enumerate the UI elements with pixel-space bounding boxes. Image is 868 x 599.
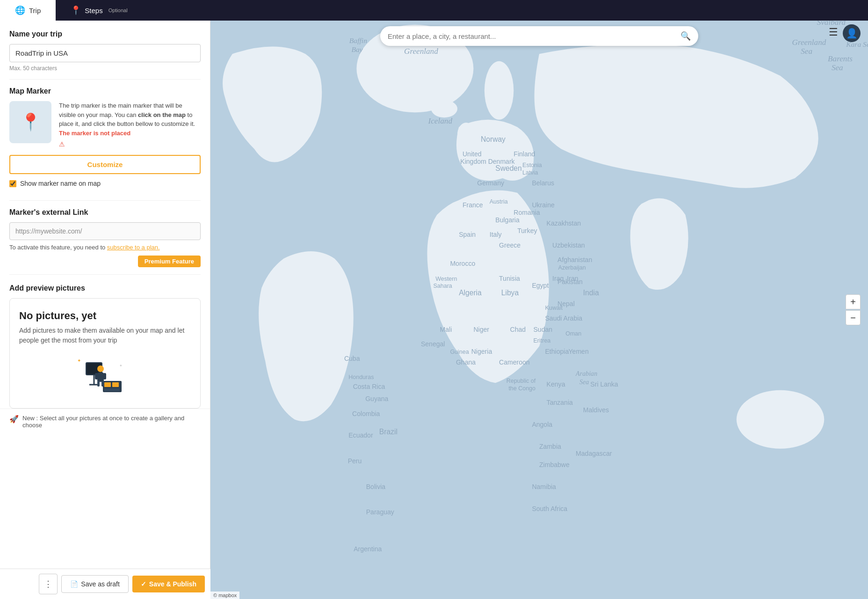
svg-text:Zambia: Zambia [539,443,561,450]
svg-text:Afghanistan: Afghanistan [557,256,592,263]
svg-point-20 [431,100,457,117]
svg-text:Angola: Angola [532,421,552,428]
svg-text:Kazakhstan: Kazakhstan [547,219,581,227]
svg-text:Kingdom: Kingdom [460,158,486,165]
svg-text:Svalbard: Svalbard [817,21,846,27]
svg-text:Morocco: Morocco [450,260,475,267]
svg-point-22 [737,390,824,449]
svg-text:Maldives: Maldives [583,406,609,414]
marker-pin-icon: 📍 [20,112,41,132]
svg-text:Italy: Italy [490,231,502,238]
svg-text:Oman: Oman [565,330,581,337]
map-area[interactable]: Greenland Baffin Bay Kara Sea Svalbard B… [210,21,868,599]
no-pictures-desc: Add pictures to make them available on y… [19,326,191,345]
show-marker-checkbox[interactable] [9,180,16,187]
svg-text:Iceland: Iceland [428,117,453,125]
map-search-bar: 🔍 [380,26,698,46]
svg-text:Yemen: Yemen [568,348,588,355]
warning-icon: ⚠ [59,139,201,149]
rocket-icon: 🚀 [9,415,19,424]
svg-text:Madagascar: Madagascar [576,450,612,457]
svg-point-19 [485,61,514,120]
svg-text:Nigeria: Nigeria [471,348,492,355]
svg-text:Denmark: Denmark [488,158,515,165]
new-feature-bar: 🚀 New : Select all your pictures at once… [0,409,210,434]
map-menu-button[interactable]: ☰ [829,26,838,38]
no-pictures-title: No pictures, yet [19,310,191,322]
svg-text:Namibia: Namibia [532,483,556,490]
external-link-section: Marker's external Link To activate this … [0,201,210,251]
zoom-out-button[interactable]: − [846,310,861,325]
trip-name-label: Name your trip [9,30,201,38]
svg-text:Sudan: Sudan [534,326,553,333]
svg-text:Sri Lanka: Sri Lanka [590,380,618,388]
subscribe-link[interactable]: subscribe to a plan. [107,244,160,251]
svg-text:Greece: Greece [499,241,521,249]
svg-text:India: India [583,289,599,297]
svg-rect-2 [112,382,119,387]
new-feature-text: New : Select all your pictures at once t… [22,415,201,429]
char-limit-text: Max. 50 characters [9,65,201,72]
app-container: Name your trip Max. 50 characters Map Ma… [0,21,868,599]
illustration-svg: ✦ ✦ [77,353,133,395]
svg-rect-9 [97,373,104,382]
svg-text:Zimbabwe: Zimbabwe [539,461,570,468]
save-draft-button[interactable]: 📄 Save as draft [61,575,129,593]
svg-text:Sahara: Sahara [433,283,452,289]
marker-preview: 📍 [9,101,51,143]
external-link-input[interactable] [9,222,201,240]
svg-point-21 [457,123,475,146]
svg-text:Honduras: Honduras [348,374,374,380]
svg-rect-10 [95,373,98,380]
svg-text:Iran: Iran [567,275,578,282]
external-link-label: Marker's external Link [9,208,201,217]
mapbox-credit: © mapbox [210,592,239,599]
svg-text:Azerbaijan: Azerbaijan [558,264,586,271]
world-map: Greenland Baffin Bay Kara Sea Svalbard B… [210,21,868,599]
svg-text:Argentina: Argentina [354,545,382,553]
tab-trip[interactable]: 🌐 Trip [0,0,56,21]
svg-text:Mali: Mali [440,326,452,333]
svg-text:✦: ✦ [77,358,81,363]
user-icon: 👤 [846,28,858,39]
svg-text:Ethiopia: Ethiopia [545,348,569,355]
bottom-bar: ⋮ 📄 Save as draft ✓ Save & Publish [0,569,210,599]
zoom-in-button[interactable]: + [846,294,861,309]
svg-text:Guyana: Guyana [365,395,388,402]
svg-text:Ecuador: Ecuador [348,431,373,439]
more-options-button[interactable]: ⋮ [39,574,58,594]
svg-text:Brazil: Brazil [379,428,398,436]
pictures-section: Add preview pictures No pictures, yet Ad… [0,275,210,409]
illustration: ✦ ✦ [19,353,191,397]
svg-text:Greenland: Greenland [792,38,826,47]
svg-text:Bolivia: Bolivia [366,483,386,490]
svg-text:Greenland: Greenland [404,47,438,56]
show-marker-row: Show marker name on map [0,180,210,193]
map-user-avatar[interactable]: 👤 [843,24,861,42]
svg-text:Kenya: Kenya [547,380,565,388]
top-navigation: 🌐 Trip 📍 Steps Optional [0,0,868,21]
map-search-input[interactable] [388,32,680,40]
trip-name-input[interactable] [9,44,201,62]
svg-text:Peru: Peru [348,457,362,465]
customize-button[interactable]: Customize [9,155,201,174]
save-publish-button[interactable]: ✓ Save & Publish [132,576,205,592]
svg-text:Romania: Romania [514,209,540,216]
svg-text:Austria: Austria [490,198,508,205]
steps-icon: 📍 [71,5,81,15]
svg-rect-11 [103,373,106,380]
svg-text:Norway: Norway [481,135,506,143]
pictures-label: Add preview pictures [9,284,201,292]
subscribe-text: To activate this feature, you need to su… [9,244,201,251]
svg-text:Algeria: Algeria [459,289,482,297]
svg-text:the Congo: the Congo [508,385,535,392]
svg-text:Iraq: Iraq [552,275,564,282]
publish-label: Save & Publish [149,580,196,588]
draft-label: Save as draft [81,580,120,588]
map-controls: + − [846,294,861,325]
svg-text:Colombia: Colombia [352,410,380,417]
svg-text:Baffin: Baffin [349,37,367,44]
svg-text:Estonia: Estonia [522,162,542,168]
svg-rect-1 [104,382,111,387]
tab-steps[interactable]: 📍 Steps Optional [56,0,142,21]
